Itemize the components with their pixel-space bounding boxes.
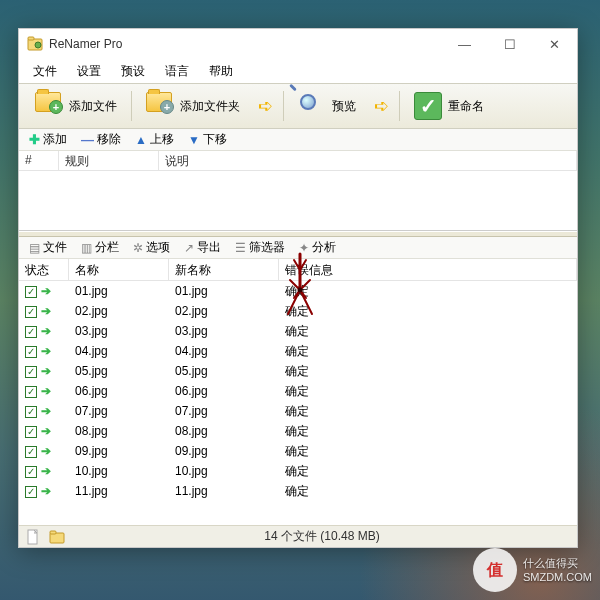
checkbox-icon[interactable] [25, 326, 37, 338]
rules-col-rule[interactable]: 规则 [59, 151, 159, 170]
checkbox-icon[interactable] [25, 406, 37, 418]
cell-name: 04.jpg [69, 343, 169, 359]
toolbar-separator [131, 91, 132, 121]
arrow-down-icon: ▼ [188, 133, 200, 147]
rule-down-button[interactable]: ▼下移 [182, 129, 233, 150]
rules-col-desc[interactable]: 说明 [159, 151, 577, 170]
arrow-icon: ➪ [252, 95, 279, 117]
menu-presets[interactable]: 预设 [113, 61, 153, 82]
menu-help[interactable]: 帮助 [201, 61, 241, 82]
watermark-text: 什么值得买 SMZDM.COM [523, 556, 592, 585]
cell-name: 05.jpg [69, 363, 169, 379]
svg-rect-1 [28, 37, 34, 40]
checkbox-icon[interactable] [25, 286, 37, 298]
watermark: 值 什么值得买 SMZDM.COM [473, 548, 592, 592]
status-arrow-icon: ➔ [41, 404, 51, 418]
checkbox-icon[interactable] [25, 366, 37, 378]
ft-export-label: 导出 [197, 239, 221, 256]
ft-analyze[interactable]: ✦分析 [293, 237, 342, 258]
add-folder-button[interactable]: + 添加文件夹 [136, 88, 250, 124]
app-icon [27, 36, 43, 52]
checkbox-icon[interactable] [25, 426, 37, 438]
cell-newname: 05.jpg [169, 363, 279, 379]
rule-remove-label: 移除 [97, 131, 121, 148]
table-row[interactable]: ➔01.jpg01.jpg确定 [19, 281, 577, 301]
add-files-button[interactable]: + 添加文件 [25, 88, 127, 124]
menu-settings[interactable]: 设置 [69, 61, 109, 82]
col-newname[interactable]: 新名称 [169, 259, 279, 280]
ft-columns[interactable]: ▥分栏 [75, 237, 125, 258]
ft-options-label: 选项 [146, 239, 170, 256]
cell-error: 确定 [279, 462, 577, 481]
table-row[interactable]: ➔11.jpg11.jpg确定 [19, 481, 577, 501]
table-row[interactable]: ➔03.jpg03.jpg确定 [19, 321, 577, 341]
col-status[interactable]: 状态 [19, 259, 69, 280]
menu-file[interactable]: 文件 [25, 61, 65, 82]
cell-newname: 11.jpg [169, 483, 279, 499]
add-folder-icon: + [146, 92, 174, 120]
titlebar[interactable]: ReNamer Pro — ☐ ✕ [19, 29, 577, 59]
rules-grid[interactable]: # 规则 说明 [19, 151, 577, 231]
status-arrow-icon: ➔ [41, 304, 51, 318]
table-row[interactable]: ➔04.jpg04.jpg确定 [19, 341, 577, 361]
rules-col-num[interactable]: # [19, 151, 59, 170]
table-row[interactable]: ➔07.jpg07.jpg确定 [19, 401, 577, 421]
main-toolbar: + 添加文件 + 添加文件夹 ➪ 预览 ➪ ✓ 重命名 [19, 83, 577, 129]
cell-name: 01.jpg [69, 283, 169, 299]
cell-name: 07.jpg [69, 403, 169, 419]
ft-filter-label: 筛选器 [249, 239, 285, 256]
cell-error: 确定 [279, 322, 577, 341]
cell-newname: 03.jpg [169, 323, 279, 339]
table-row[interactable]: ➔02.jpg02.jpg确定 [19, 301, 577, 321]
add-file-icon: + [35, 92, 63, 120]
preview-button[interactable]: 预览 [288, 88, 366, 124]
minimize-button[interactable]: — [442, 29, 487, 59]
checkbox-icon[interactable] [25, 486, 37, 498]
ft-files-label: 文件 [43, 239, 67, 256]
rule-remove-button[interactable]: —移除 [75, 129, 127, 150]
table-row[interactable]: ➔05.jpg05.jpg确定 [19, 361, 577, 381]
col-name[interactable]: 名称 [69, 259, 169, 280]
col-error[interactable]: 错误信息 [279, 259, 577, 280]
columns-icon: ▥ [81, 241, 92, 255]
toolbar-separator [283, 91, 284, 121]
magnifier-icon [298, 92, 326, 120]
status-arrow-icon: ➔ [41, 324, 51, 338]
status-arrow-icon: ➔ [41, 384, 51, 398]
ft-files[interactable]: ▤文件 [23, 237, 73, 258]
ft-filter[interactable]: ☰筛选器 [229, 237, 291, 258]
ft-export[interactable]: ↗导出 [178, 237, 227, 258]
rule-up-label: 上移 [150, 131, 174, 148]
status-arrow-icon: ➔ [41, 464, 51, 478]
checkbox-icon[interactable] [25, 306, 37, 318]
close-button[interactable]: ✕ [532, 29, 577, 59]
table-row[interactable]: ➔09.jpg09.jpg确定 [19, 441, 577, 461]
checkbox-icon[interactable] [25, 346, 37, 358]
table-row[interactable]: ➔06.jpg06.jpg确定 [19, 381, 577, 401]
cell-name: 08.jpg [69, 423, 169, 439]
rename-button[interactable]: ✓ 重命名 [404, 88, 494, 124]
rules-toolbar: ✚添加 —移除 ▲上移 ▼下移 [19, 129, 577, 151]
table-row[interactable]: ➔10.jpg10.jpg确定 [19, 461, 577, 481]
maximize-button[interactable]: ☐ [487, 29, 532, 59]
checkbox-icon[interactable] [25, 446, 37, 458]
cell-name: 02.jpg [69, 303, 169, 319]
menu-language[interactable]: 语言 [157, 61, 197, 82]
checkbox-icon[interactable] [25, 386, 37, 398]
status-arrow-icon: ➔ [41, 284, 51, 298]
rule-up-button[interactable]: ▲上移 [129, 129, 180, 150]
cell-name: 11.jpg [69, 483, 169, 499]
toolbar-separator [399, 91, 400, 121]
cell-newname: 08.jpg [169, 423, 279, 439]
checkbox-icon[interactable] [25, 466, 37, 478]
rule-add-button[interactable]: ✚添加 [23, 129, 73, 150]
statusbar: 14 个文件 (10.48 MB) [19, 525, 577, 547]
cell-newname: 01.jpg [169, 283, 279, 299]
rules-body-empty[interactable] [19, 171, 577, 230]
ft-columns-label: 分栏 [95, 239, 119, 256]
table-row[interactable]: ➔08.jpg08.jpg确定 [19, 421, 577, 441]
sb-folder-icon[interactable] [49, 529, 65, 545]
cell-newname: 09.jpg [169, 443, 279, 459]
ft-options[interactable]: ✲选项 [127, 237, 176, 258]
files-body[interactable]: ➔01.jpg01.jpg确定➔02.jpg02.jpg确定➔03.jpg03.… [19, 281, 577, 525]
